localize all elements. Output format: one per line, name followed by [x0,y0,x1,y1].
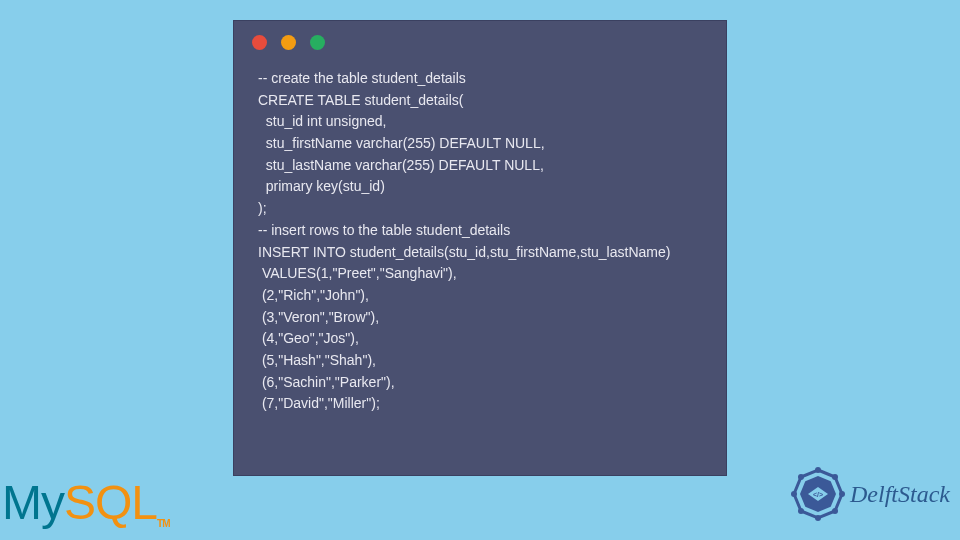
svg-point-11 [798,474,804,480]
svg-point-10 [791,491,797,497]
mysql-my-text: My [2,476,64,529]
code-window: -- create the table student_details CREA… [233,20,727,476]
svg-text:</>: </> [813,491,823,498]
svg-point-9 [798,508,804,514]
delftstack-icon: </> [790,466,846,522]
delftstack-logo: </> DelftStack [790,466,950,522]
svg-point-7 [832,508,838,514]
svg-point-6 [839,491,845,497]
mysql-logo: MySQLTM [2,475,169,530]
delftstack-text: DelftStack [850,481,950,508]
svg-point-5 [832,474,838,480]
svg-point-8 [815,515,821,521]
minimize-icon [281,35,296,50]
mysql-tm-text: TM [157,518,169,529]
code-content: -- create the table student_details CREA… [234,58,726,425]
mysql-sql-text: SQL [64,476,157,529]
close-icon [252,35,267,50]
window-controls [234,21,726,58]
svg-point-4 [815,467,821,473]
maximize-icon [310,35,325,50]
